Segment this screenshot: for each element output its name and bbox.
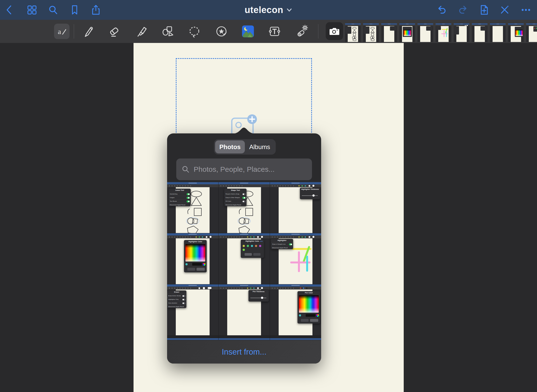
toolbar-divider — [318, 24, 318, 39]
insert-from-label: Insert from... — [222, 347, 266, 357]
page-thumbnail[interactable] — [436, 23, 451, 42]
bookmark-icon[interactable] — [69, 4, 80, 16]
tab-photos[interactable]: Photos — [215, 140, 245, 153]
document-title-menu[interactable]: utelecon — [0, 0, 537, 20]
page-title: utelecon — [245, 5, 283, 15]
laser-pointer-tool[interactable] — [295, 25, 309, 38]
search-icon — [182, 165, 190, 173]
svg-text:a: a — [58, 28, 61, 35]
add-page-icon[interactable] — [478, 4, 490, 16]
page-thumbnail[interactable] — [508, 23, 524, 42]
page-thumbnail[interactable] — [381, 23, 397, 42]
tab-albums[interactable]: Albums — [245, 140, 275, 153]
popover-arrow — [233, 127, 255, 134]
back-button[interactable] — [4, 4, 15, 16]
sticker-tool[interactable] — [215, 25, 228, 38]
share-icon[interactable] — [90, 4, 102, 16]
tools-toolbar: a — [0, 20, 537, 43]
photo-thumbnail-partial[interactable] — [167, 336, 218, 340]
photo-grid: Lasso ToolHandwritingImagesText BoxesDis… — [167, 182, 321, 336]
page-thumbnail[interactable] — [472, 23, 488, 42]
photo-thumbnail[interactable]: Pen Color — [270, 284, 321, 335]
eraser-tool[interactable] — [107, 25, 121, 38]
photo-thumbnail[interactable]: Highlighter Color Edit — [219, 233, 270, 284]
page-thumbnail[interactable] — [417, 23, 433, 42]
pen-tool[interactable] — [82, 25, 96, 38]
photo-thumbnail[interactable]: Shape ToolRequire Hold to SnapSnap to Ot… — [219, 182, 270, 233]
page-thumbnail[interactable] — [526, 23, 537, 42]
redo-icon[interactable] — [457, 4, 469, 16]
photo-thumbnail[interactable]: Highlighter Thickness — [270, 182, 321, 233]
photo-thumbnail-partial[interactable] — [219, 336, 270, 340]
page-thumbnail[interactable] — [490, 23, 506, 42]
text-tool[interactable] — [268, 25, 281, 38]
more-icon[interactable] — [520, 4, 532, 16]
photo-thumbnail-partial[interactable] — [270, 336, 321, 340]
chevron-down-icon — [286, 7, 292, 13]
page-thumbnail[interactable] — [454, 23, 469, 42]
lasso-tool[interactable] — [188, 25, 201, 38]
insert-from-button[interactable]: Insert from... — [167, 340, 321, 364]
page-thumbnail[interactable] — [399, 23, 415, 42]
highlighter-tool[interactable] — [135, 25, 149, 38]
image-tool[interactable] — [241, 25, 255, 38]
page-thumbnail[interactable] — [345, 23, 361, 42]
photo-thumbnail[interactable]: Highlighter Color — [167, 233, 218, 284]
page-thumbnail[interactable] — [363, 23, 379, 42]
photo-thumbnail[interactable]: HighlighterDraw in Straight LineDisconne… — [270, 233, 321, 284]
undo-icon[interactable] — [436, 4, 448, 16]
toolbar-divider — [74, 24, 74, 39]
photo-thumbnail[interactable]: EraserErase Entire StrokeHighlighter Onl… — [167, 284, 218, 335]
photo-picker-popover: Photos Albums Lasso ToolHandwritingImage… — [167, 133, 321, 364]
search-input[interactable] — [194, 165, 307, 173]
navigation-bar: utelecon — [0, 0, 537, 20]
camera-button[interactable] — [326, 22, 343, 40]
app-screen: utelecon — [0, 0, 537, 392]
photo-thumbnail[interactable]: Pen Thickness — [219, 284, 270, 335]
picker-tabs: Photos Albums — [214, 139, 276, 155]
shapes-tool[interactable] — [161, 25, 175, 38]
photo-thumbnail[interactable]: Lasso ToolHandwritingImagesText BoxesDis… — [167, 182, 218, 233]
stylus-x-icon[interactable] — [499, 4, 510, 16]
photo-grid-partial-row — [167, 336, 321, 340]
handwriting-tool[interactable]: a — [54, 24, 70, 39]
thumbnails-grid-icon[interactable] — [26, 4, 38, 16]
search-icon[interactable] — [47, 4, 59, 16]
photo-search-bar — [176, 158, 312, 180]
document-canvas[interactable]: Photos Albums Lasso ToolHandwritingImage… — [0, 43, 537, 392]
